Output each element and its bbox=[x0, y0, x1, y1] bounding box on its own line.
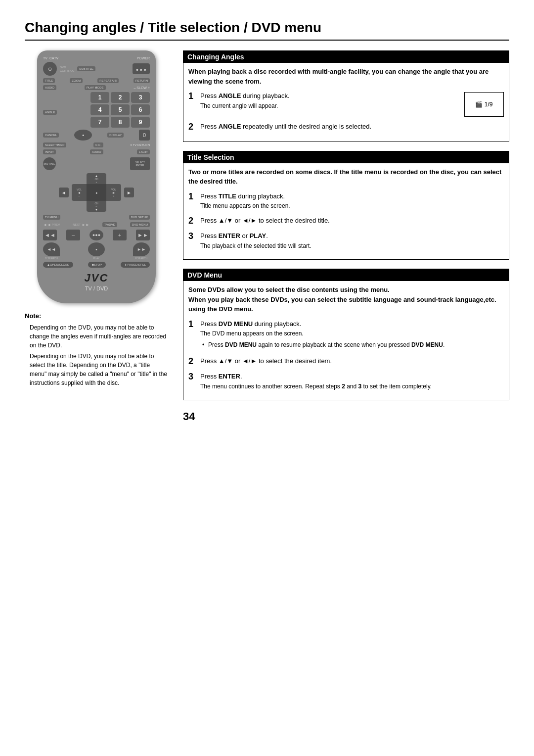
num-4-btn[interactable]: 4 bbox=[90, 104, 109, 115]
vol-plus-btn[interactable]: VOL ► + bbox=[106, 184, 121, 201]
plus-btn[interactable]: + bbox=[113, 230, 127, 240]
select-enter-btn[interactable]: SELECT ENTER bbox=[130, 157, 150, 170]
sleep-timer-btn[interactable]: SLEEP TIMER bbox=[43, 142, 66, 147]
power-btn[interactable]: ● ● ● bbox=[133, 63, 150, 74]
cancel-btn[interactable]: CANCEL bbox=[43, 133, 59, 138]
tv-dvd-btn[interactable]: TV/DVD bbox=[102, 222, 117, 227]
changing-angles-step-1: 1 Press ANGLE during playback. The curre… bbox=[188, 91, 504, 117]
title-selection-section: Title Selection Two or more titles are r… bbox=[183, 151, 509, 260]
right-arrow-btn[interactable]: ► bbox=[124, 188, 134, 197]
subtitle-btn[interactable]: SUBTITLE bbox=[77, 66, 95, 71]
tv-return-label: 0 TV RETURN bbox=[131, 143, 150, 146]
left-arrow-btn[interactable]: ◄ bbox=[59, 188, 69, 197]
num-8-btn[interactable]: 8 bbox=[111, 117, 130, 128]
cc-btn[interactable]: C.C. bbox=[93, 142, 103, 147]
step-num-2: 2 bbox=[188, 122, 196, 133]
fsearch-btn[interactable]: ►► bbox=[133, 242, 150, 256]
display-btn[interactable]: DISPLAY bbox=[107, 133, 124, 138]
play-btn[interactable]: • bbox=[88, 242, 105, 256]
step-num-1: 1 bbox=[188, 91, 196, 102]
step-2-text: Press ANGLE repeatedly until the desired… bbox=[200, 122, 504, 132]
page-number: 34 bbox=[183, 410, 509, 423]
dvd-step-1: 1 Press DVD MENU during playback. The DV… bbox=[188, 319, 504, 351]
open-close-btn[interactable]: ▲OPEN/CLOSE bbox=[43, 262, 73, 268]
ch-up-btn[interactable]: ▲ CH + bbox=[87, 173, 106, 184]
note-section: Note: Depending on the DVD, you may not … bbox=[25, 311, 168, 387]
rewind-btn[interactable]: ◄◄ bbox=[43, 230, 57, 240]
audio-btn[interactable]: AUDIO bbox=[43, 85, 56, 90]
dvd-menu-section: DVD Menu Some DVDs allow you to select t… bbox=[183, 269, 509, 400]
slow-label: – SLOW + bbox=[134, 86, 150, 90]
note-title: Note: bbox=[25, 311, 168, 321]
title-step-2: 2 Press ▲/▼ or ◄/► to select the desired… bbox=[188, 216, 504, 227]
bsearch-btn[interactable]: ◄◄ bbox=[43, 242, 60, 256]
num-9-btn[interactable]: 9 bbox=[131, 117, 150, 128]
angle-display: 🎬 1/9 bbox=[464, 92, 504, 117]
title-selection-header: Title Selection bbox=[183, 151, 509, 163]
dvd-menu-header: DVD Menu bbox=[183, 269, 509, 281]
ch-down-btn[interactable]: CH – ▼ bbox=[87, 201, 106, 212]
minus-btn[interactable]: – bbox=[66, 230, 80, 240]
page-title: Changing angles / Title selection / DVD … bbox=[25, 20, 509, 41]
jvc-logo: JVC bbox=[85, 272, 109, 284]
note-item-2: Depending on the DVD, you may not be abl… bbox=[25, 352, 168, 387]
tv-catv-btn[interactable]: ⊙ bbox=[43, 62, 57, 76]
title-btn[interactable]: TITLE bbox=[43, 78, 55, 83]
changing-angles-step-2: 2 Press ANGLE repeatedly until the desir… bbox=[188, 122, 504, 133]
title-selection-intro: Two or more titles are recorded on some … bbox=[188, 167, 504, 187]
angle-btn[interactable]: ANGLE bbox=[43, 110, 57, 115]
tv-dvd-label: TV / DVD bbox=[85, 285, 108, 291]
zoom-btn[interactable]: ZOOM bbox=[70, 78, 83, 83]
dvd-menu-btn[interactable]: DVD MENU bbox=[130, 222, 150, 227]
changing-angles-section: Changing Angles When playing back a disc… bbox=[183, 50, 509, 142]
changing-angles-intro: When playing back a disc recorded with m… bbox=[188, 67, 504, 86]
power-label: POWER bbox=[137, 56, 150, 60]
num-6-btn[interactable]: 6 bbox=[131, 104, 150, 115]
num-5-btn[interactable]: 5 bbox=[111, 104, 130, 115]
note-item-1: Depending on the DVD, you may not be abl… bbox=[25, 323, 168, 350]
num-3-btn[interactable]: 3 bbox=[131, 92, 150, 103]
tv-label: TV bbox=[43, 56, 47, 60]
tv-menu-btn[interactable]: TV MENU bbox=[43, 215, 60, 220]
num-2-btn[interactable]: 2 bbox=[111, 92, 130, 103]
play-mode-btn[interactable]: PLAY MODE bbox=[85, 85, 105, 90]
catv-label: CATV bbox=[49, 56, 58, 60]
num-1-btn[interactable]: 1 bbox=[90, 92, 109, 103]
dvd-step-3: 3 Press ENTER. The menu continues to ano… bbox=[188, 372, 504, 391]
stop-btn[interactable]: ■STOP bbox=[88, 262, 106, 268]
dvd-step-2: 2 Press ▲/▼ or ◄/► to select the desired… bbox=[188, 356, 504, 367]
step-1-text: Press ANGLE during playback. The current… bbox=[200, 91, 459, 110]
num-7-btn[interactable]: 7 bbox=[90, 117, 109, 128]
return-btn[interactable]: RETURN bbox=[134, 78, 150, 83]
vol-minus-btn[interactable]: VOL ◄ – bbox=[72, 184, 87, 201]
title-step-3: 3 Press ENTER or PLAY. The playback of t… bbox=[188, 231, 504, 250]
muting-btn[interactable]: MUTING bbox=[43, 157, 56, 170]
repeat-ab-btn[interactable]: REPEAT A-B bbox=[97, 78, 119, 83]
dvd-menu-intro: Some DVDs allow you to select the disc c… bbox=[188, 285, 504, 314]
ff-btn[interactable]: ►► bbox=[136, 230, 150, 240]
pause-still-btn[interactable]: II PAUSE/STILL bbox=[121, 262, 150, 268]
num-0-btn[interactable]: 0 bbox=[139, 130, 150, 141]
audio2-btn[interactable]: AUDIO bbox=[90, 149, 103, 154]
title-step-1: 1 Press TITLE during playback. Title men… bbox=[188, 191, 504, 211]
center-transport-btn[interactable]: ●●● bbox=[89, 230, 103, 240]
num-dot-btn[interactable]: • bbox=[74, 130, 92, 141]
light-btn[interactable]: LIGHT bbox=[137, 149, 150, 154]
dvd-setup-btn[interactable]: DVD SETUP bbox=[129, 215, 150, 220]
input-btn[interactable]: INPUT bbox=[43, 149, 56, 154]
enter-center-btn[interactable]: ● bbox=[87, 184, 106, 201]
changing-angles-header: Changing Angles bbox=[183, 51, 509, 63]
remote-control: TV CATV POWER ⊙ DVD CONTROL bbox=[37, 50, 156, 303]
